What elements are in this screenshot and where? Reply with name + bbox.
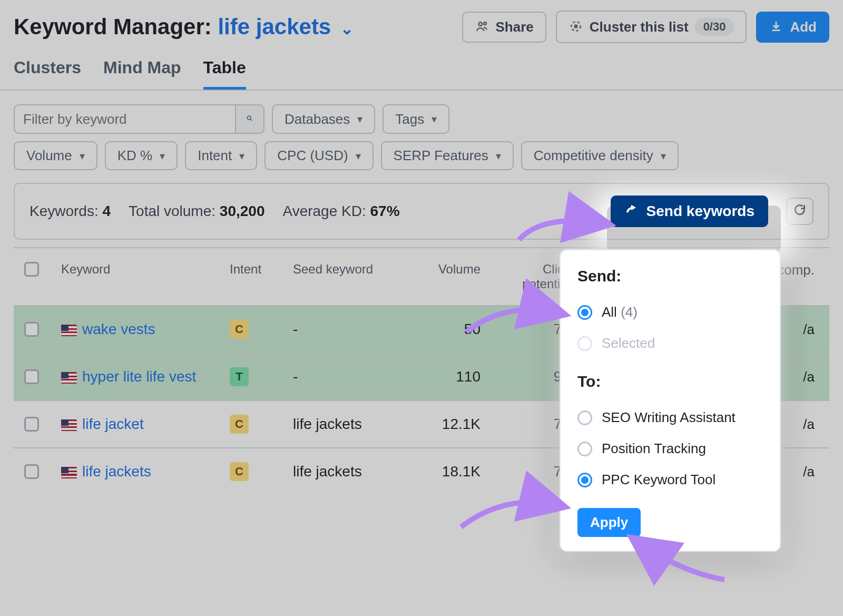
svg-point-4: [248, 116, 251, 120]
radio-icon: [577, 442, 592, 456]
stats-bar: Keywords: 4 Total volume: 30,200 Average…: [14, 183, 829, 240]
keyword-link[interactable]: wake vests: [82, 321, 155, 337]
us-flag-icon: [61, 467, 77, 478]
svg-point-0: [478, 22, 482, 26]
send-heading: Send:: [577, 267, 763, 285]
to-heading: To:: [577, 373, 763, 390]
radio-icon: [577, 305, 592, 320]
volume-value: 110: [404, 368, 493, 385]
keyword-link[interactable]: life jacket: [82, 416, 144, 432]
databases-filter[interactable]: Databases ▾: [272, 104, 375, 134]
cluster-badge: 0/30: [695, 18, 734, 36]
filter-comp-density[interactable]: Competitive density▾: [521, 141, 679, 170]
row-checkbox[interactable]: [24, 464, 39, 479]
us-flag-icon: [61, 325, 77, 336]
download-icon: [769, 19, 783, 34]
cluster-label: Cluster this list: [590, 19, 689, 35]
col-volume[interactable]: Volume: [404, 262, 493, 277]
cluster-button[interactable]: Cluster this list 0/30: [556, 11, 747, 43]
keywords-value: 4: [103, 203, 111, 219]
add-button[interactable]: Add: [756, 12, 829, 43]
volume-value: 12.1K: [404, 416, 493, 433]
total-volume-value: 30,200: [220, 203, 265, 219]
seed-keyword: -: [293, 321, 404, 338]
filter-intent[interactable]: Intent▾: [185, 141, 257, 170]
to-option[interactable]: PPC Keyword Tool: [577, 464, 763, 495]
send-keywords-button[interactable]: Send keywords: [611, 195, 768, 227]
people-icon: [475, 19, 489, 34]
row-checkbox[interactable]: [24, 417, 39, 432]
cluster-icon: [568, 19, 583, 34]
col-keyword[interactable]: Keyword: [61, 262, 230, 277]
toolbar-row-1: Databases ▾ Tags ▾: [0, 91, 843, 134]
seed-keyword: life jackets: [293, 463, 404, 480]
select-all-checkbox[interactable]: [24, 262, 39, 277]
tags-filter[interactable]: Tags ▾: [383, 104, 449, 134]
seed-keyword: -: [293, 368, 404, 385]
us-flag-icon: [61, 372, 77, 384]
option-selected: Selected: [577, 328, 763, 359]
send-popup: Send: All (4) Selected To: SEO Writing A…: [560, 249, 781, 552]
intent-badge: C: [230, 415, 249, 434]
keyword-link[interactable]: life jackets: [82, 463, 151, 480]
chevron-down-icon: ▾: [432, 113, 437, 125]
title: Keyword Manager: life jackets ⌄: [14, 14, 354, 40]
svg-point-1: [483, 22, 486, 25]
chevron-down-icon: ▾: [239, 150, 244, 162]
total-volume-label: Total volume:: [129, 203, 215, 219]
send-arrow-icon: [624, 204, 639, 219]
row-checkbox[interactable]: [24, 322, 39, 337]
intent-badge: C: [230, 462, 249, 481]
tab-table[interactable]: Table: [203, 58, 246, 90]
title-prefix: Keyword Manager:: [14, 14, 212, 39]
radio-icon: [577, 473, 592, 487]
col-intent[interactable]: Intent: [230, 262, 293, 277]
volume-value: 18.1K: [404, 463, 493, 480]
tabs: Clusters Mind Map Table: [0, 53, 843, 91]
seed-keyword: life jackets: [293, 416, 404, 433]
intent-badge: T: [230, 367, 249, 386]
svg-point-3: [574, 25, 577, 28]
refresh-button[interactable]: [786, 198, 813, 225]
chevron-down-icon[interactable]: ⌄: [340, 20, 354, 37]
volume-value: 50: [404, 321, 493, 338]
avg-kd-value: 67%: [370, 203, 400, 219]
keyword-link[interactable]: hyper lite life vest: [82, 368, 196, 385]
us-flag-icon: [61, 419, 77, 431]
chevron-down-icon: ▾: [356, 150, 361, 162]
filter-input[interactable]: [14, 104, 235, 134]
title-topic[interactable]: life jackets: [218, 14, 331, 39]
filter-kd[interactable]: KD %▾: [105, 141, 178, 170]
filter-volume[interactable]: Volume▾: [14, 141, 97, 170]
filter-cpc[interactable]: CPC (USD)▾: [264, 141, 373, 170]
add-label: Add: [790, 19, 817, 35]
chevron-down-icon: ▾: [80, 150, 85, 162]
avg-kd-label: Average KD:: [282, 203, 366, 219]
chevron-down-icon: ▾: [357, 113, 362, 125]
tab-mindmap[interactable]: Mind Map: [103, 58, 181, 90]
to-option[interactable]: Position Tracking: [577, 433, 763, 464]
option-all[interactable]: All (4): [577, 297, 763, 328]
chevron-down-icon: ▾: [160, 150, 165, 162]
radio-icon: [577, 410, 592, 425]
chevron-down-icon: ▾: [496, 150, 501, 162]
send-keywords-label: Send keywords: [646, 203, 754, 220]
tab-clusters[interactable]: Clusters: [14, 58, 81, 90]
header-bar: Keyword Manager: life jackets ⌄ Share Cl…: [0, 0, 843, 53]
row-checkbox[interactable]: [24, 369, 39, 384]
search-button[interactable]: [235, 104, 264, 134]
col-seed[interactable]: Seed keyword: [293, 262, 404, 277]
apply-button[interactable]: Apply: [577, 508, 641, 537]
intent-badge: C: [230, 320, 249, 339]
refresh-icon: [793, 203, 807, 220]
toolbar-row-2: Volume▾ KD %▾ Intent▾ CPC (USD)▾ SERP Fe…: [0, 134, 843, 183]
to-option[interactable]: SEO Writing Assistant: [577, 402, 763, 433]
share-button[interactable]: Share: [462, 12, 546, 43]
chevron-down-icon: ▾: [661, 150, 666, 162]
radio-icon: [577, 336, 592, 351]
search-icon: [246, 115, 253, 123]
filter-serp[interactable]: SERP Features▾: [381, 141, 514, 170]
share-label: Share: [496, 19, 534, 35]
keywords-label: Keywords:: [30, 203, 99, 219]
